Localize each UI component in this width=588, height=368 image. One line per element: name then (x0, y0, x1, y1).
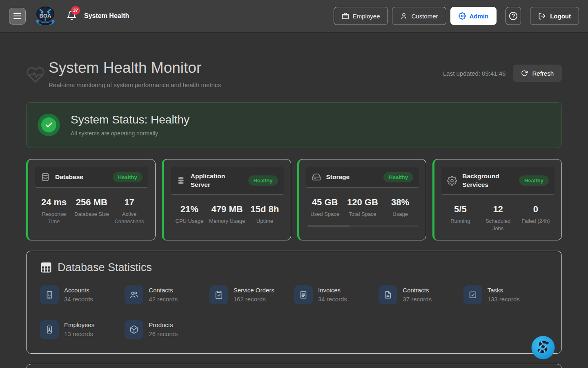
building-icon (40, 285, 59, 304)
table-icon (40, 261, 52, 274)
server-icon (176, 176, 185, 185)
stat-item-name: Tasks (488, 287, 520, 294)
stat-value: 479 MB (209, 204, 245, 215)
stat-value: 0 (518, 204, 554, 215)
stat-value: 45 GB (307, 197, 343, 208)
stat-value: 17 (111, 197, 147, 208)
invoice-icon (294, 285, 313, 304)
notification-count-badge: 37 (71, 6, 80, 15)
people-icon (125, 285, 143, 304)
stat-label: Used Space (307, 211, 343, 218)
clipboard-check-icon (209, 285, 228, 304)
app-title: System Health (84, 12, 129, 20)
stat: 38% Usage (381, 197, 419, 218)
stat-item-contracts: Contracts 37 records (379, 285, 463, 304)
performance-metrics-section: Performance Metrics (Last 24 Hours) (26, 364, 562, 368)
stat: 17 Active Connections (111, 197, 148, 225)
logout-label: Logout (550, 13, 571, 20)
database-statistics-grid: Accounts 34 records Contacts 42 records (40, 285, 548, 339)
stat-item-contacts: Contacts 42 records (125, 285, 209, 304)
status-title: System Status: Healthy (71, 113, 189, 126)
stat-label: Failed (24h) (518, 218, 554, 225)
status-badge: Healthy (248, 175, 278, 186)
stat-item-records: 133 records (488, 296, 520, 303)
status-badge: Healthy (383, 172, 413, 182)
stat: 256 MB Database Size (73, 197, 110, 225)
employee-nav-label: Employee (353, 13, 380, 20)
card-title: Background Services (462, 172, 514, 189)
gear-icon (447, 176, 457, 186)
stat-value: 21% (172, 204, 207, 215)
admin-nav-button[interactable]: Admin (450, 7, 497, 25)
stat-label: Memory Usage (209, 218, 245, 225)
stat-label: Database Size (74, 211, 109, 218)
stat-label: Usage (382, 211, 418, 218)
stat: 120 GB Total Space (344, 197, 381, 218)
page-header: System Health Monitor Real-time monitori… (26, 60, 562, 88)
boa-assistant-fab[interactable] (531, 336, 555, 359)
main-content: System Health Monitor Real-time monitori… (0, 60, 588, 368)
refresh-label: Refresh (532, 70, 554, 77)
health-card-database: Database Healthy 24 ms Response Time 256… (26, 159, 156, 240)
logout-button[interactable]: Logout (530, 7, 579, 25)
stat-item-records: 37 records (403, 296, 432, 303)
health-cards-row: Database Healthy 24 ms Response Time 256… (26, 159, 562, 240)
stat-item-products: Products 26 records (125, 320, 209, 339)
status-badge: Healthy (113, 172, 143, 182)
last-updated-text: Last updated: 09:41:46 (443, 70, 506, 77)
stat: 12 Scheduled Jobs (479, 204, 517, 232)
svg-text:BOA: BOA (40, 13, 52, 19)
stat-item-service-orders: Service Orders 162 records (209, 285, 294, 304)
status-badge: Healthy (519, 175, 549, 186)
stat-item-tasks: Tasks 133 records (463, 285, 548, 304)
stat: 479 MB Memory Usage (208, 204, 246, 225)
stat: 15d 8h Uptime (246, 204, 283, 225)
stat-item-name: Contacts (149, 287, 178, 294)
stat: 5/5 Running (441, 204, 479, 232)
stat-item-name: Contracts (403, 287, 432, 294)
logout-icon (538, 12, 546, 20)
person-icon (400, 12, 408, 20)
card-title: Storage (326, 173, 350, 182)
stat-item-name: Products (149, 321, 178, 328)
customer-nav-button[interactable]: Customer (392, 7, 446, 25)
id-badge-icon (40, 320, 59, 339)
stat-value: 12 (480, 204, 516, 215)
stat: 45 GB Used Space (306, 197, 344, 218)
check-square-icon (463, 285, 482, 304)
notifications-button[interactable]: 37 (67, 10, 77, 22)
customer-nav-label: Customer (411, 13, 438, 20)
health-card-application-server: Application Server Healthy 21% CPU Usage… (162, 159, 291, 240)
package-icon (125, 320, 143, 339)
page-title: System Health Monitor (49, 60, 221, 76)
help-button[interactable] (506, 7, 521, 25)
refresh-button[interactable]: Refresh (513, 65, 562, 82)
stat-item-records: 162 records (234, 296, 274, 303)
admin-nav-label: Admin (470, 13, 489, 20)
stat-item-employees: Employees 13 records (40, 320, 125, 339)
health-card-background-services: Background Services Healthy 5/5 Running … (432, 159, 562, 240)
stat: 0 Failed (24h) (517, 204, 555, 232)
stat-value: 5/5 (442, 204, 478, 215)
stat-label: CPU Usage (172, 218, 207, 225)
card-title: Database (55, 173, 83, 182)
stat: 21% CPU Usage (171, 204, 208, 225)
heart-pulse-icon (26, 61, 45, 88)
menu-button[interactable] (9, 8, 26, 25)
stat-item-records: 26 records (149, 330, 178, 337)
stat-label: Total Space (345, 211, 381, 218)
employee-nav-button[interactable]: Employee (334, 7, 388, 25)
stat-value: 256 MB (74, 197, 109, 208)
status-subtitle: All systems are operating normally (71, 130, 189, 137)
stat-value: 38% (382, 197, 418, 208)
stat: 24 ms Response Time (35, 197, 73, 225)
refresh-icon (521, 70, 528, 76)
stat-value: 15d 8h (247, 204, 283, 215)
stat-label: Uptime (247, 218, 283, 225)
stat-item-records: 13 records (64, 330, 94, 337)
stat-item-name: Service Orders (234, 287, 274, 294)
boa-logo[interactable]: BOA (34, 4, 57, 27)
stat-item-name: Invoices (318, 287, 347, 294)
system-status-banner: System Status: Healthy All systems are o… (26, 102, 562, 148)
stat-item-records: 34 records (64, 296, 93, 303)
